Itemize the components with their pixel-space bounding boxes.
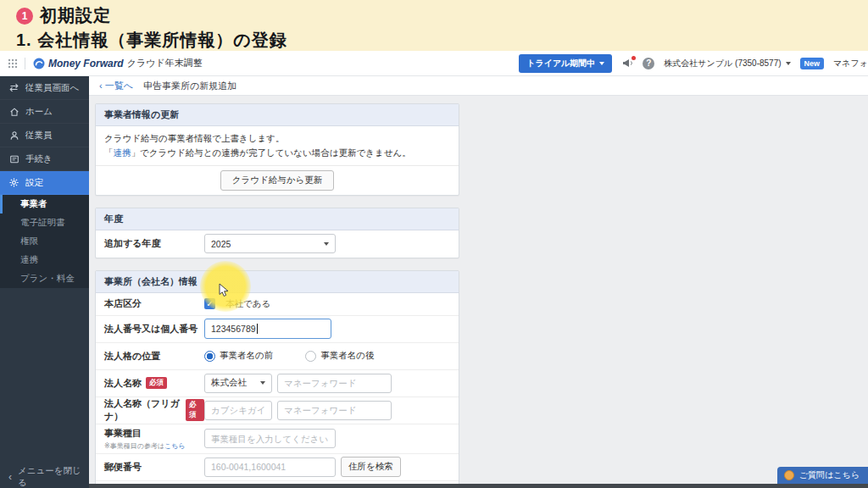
close-menu-label: メニューを閉じる bbox=[18, 465, 89, 488]
sidebar-subitem-certificate[interactable]: 電子証明書 bbox=[0, 214, 89, 232]
corporate-number-row: 法人番号又は個人番号 123456789 bbox=[96, 316, 459, 343]
close-menu-button[interactable]: ‹ メニューを閉じる bbox=[0, 466, 89, 488]
switch-arrows-icon bbox=[8, 83, 19, 92]
head-office-checkbox[interactable]: ✓ bbox=[204, 298, 215, 309]
card-title: 事業所（会社名）情報 bbox=[96, 271, 459, 293]
update-description: クラウド給与の事業者情報で上書きします。 「連携」でクラウド給与との連携が完了し… bbox=[96, 126, 459, 166]
sidebar-subitem-plan[interactable]: プラン・料金 bbox=[0, 269, 89, 288]
sidebar-item-label: 従業員画面へ bbox=[25, 82, 79, 94]
radio-before-label: 事業者名の前 bbox=[220, 350, 273, 362]
year-select[interactable]: 2025 bbox=[204, 234, 336, 253]
line2-post: 」でクラウド給与との連携が完了していない場合は更新できません。 bbox=[131, 147, 411, 158]
business-type-help-link[interactable]: こちら bbox=[164, 442, 186, 450]
chevron-down-icon bbox=[324, 242, 329, 246]
chevron-down-icon bbox=[260, 381, 265, 385]
company-selector-label: 株式会社サンプル (7350-8577) bbox=[664, 58, 781, 69]
trial-period-button[interactable]: トライアル期間中 bbox=[519, 54, 612, 73]
corporate-name-kana-label: 法人名称（フリガナ） 必須 bbox=[104, 397, 204, 423]
entity-type-kana-input[interactable] bbox=[204, 401, 272, 420]
sidebar-item-label: 従業員 bbox=[25, 130, 53, 141]
form-icon bbox=[8, 154, 19, 164]
chevron-down-icon bbox=[599, 62, 604, 65]
trial-period-label: トライアル期間中 bbox=[526, 58, 595, 69]
required-badge: 必須 bbox=[146, 377, 167, 389]
integration-link[interactable]: 連携 bbox=[114, 147, 131, 158]
person-icon bbox=[8, 130, 19, 141]
new-badge: New bbox=[800, 58, 825, 69]
sidebar-subitem-business[interactable]: 事業者 bbox=[0, 195, 89, 214]
corporate-name-kana-input[interactable] bbox=[277, 401, 392, 420]
moneyforward-logo[interactable]: Money Forward bbox=[33, 58, 124, 69]
line2-pre: 「 bbox=[104, 147, 114, 158]
chevron-left-icon: ‹ bbox=[99, 80, 103, 91]
corporate-name-label: 法人名称 必須 bbox=[104, 377, 204, 390]
sidebar-subitem-label: プラン・料金 bbox=[20, 273, 75, 285]
sidebar-subitem-permissions[interactable]: 権限 bbox=[0, 232, 89, 251]
entity-position-label: 法人格の位置 bbox=[104, 350, 204, 363]
app-header: Money Forward クラウド年末調整 トライアル期間中 ? 株式会社サン… bbox=[0, 51, 868, 76]
radio-after-name[interactable] bbox=[305, 351, 316, 362]
year-select-value: 2025 bbox=[211, 239, 231, 249]
sidebar-subitem-label: 権限 bbox=[20, 236, 38, 247]
question-tab[interactable]: ご質問はこちら bbox=[777, 467, 868, 484]
step-subtitle: 1. 会社情報（事業所情報）の登録 bbox=[16, 29, 868, 52]
header-divider bbox=[25, 58, 25, 69]
business-type-row: 事業種目 ※事業種目の参考はこちら bbox=[96, 424, 459, 454]
sidebar-item-home[interactable]: ホーム bbox=[0, 100, 89, 124]
corporate-name-input[interactable] bbox=[277, 374, 392, 393]
corporate-number-label: 法人番号又は個人番号 bbox=[104, 323, 204, 336]
gear-icon bbox=[8, 177, 19, 188]
sidebar: 従業員画面へ ホーム 従業員 手続き 設定 bbox=[0, 76, 89, 488]
brand-name: Money Forward bbox=[48, 58, 124, 69]
entity-position-row: 法人格の位置 事業者名の前 事業者名の後 bbox=[96, 343, 459, 370]
year-card: 年度 追加する年度 2025 bbox=[95, 208, 459, 258]
home-icon bbox=[8, 107, 19, 117]
new-feature-link[interactable]: マネフォ bbox=[833, 58, 868, 69]
card-title: 年度 bbox=[96, 208, 459, 230]
note-text: ※事業種目の参考は bbox=[104, 442, 164, 450]
business-type-label: 事業種目 ※事業種目の参考はこちら bbox=[104, 427, 204, 451]
sidebar-item-settings[interactable]: 設定 bbox=[0, 171, 89, 195]
sidebar-item-employee-view[interactable]: 従業員画面へ bbox=[0, 76, 89, 100]
text-cursor bbox=[257, 324, 258, 334]
back-to-list-link[interactable]: ‹ 一覧へ bbox=[99, 80, 133, 92]
radio-before-name[interactable] bbox=[204, 351, 215, 362]
required-badge: 必須 bbox=[186, 399, 204, 421]
head-office-row: 本店区分 ✓ 本社である bbox=[96, 293, 459, 316]
sidebar-subitem-integration[interactable]: 連携 bbox=[0, 251, 89, 269]
sidebar-item-label: 手続き bbox=[25, 153, 53, 165]
business-update-card: 事業者情報の更新 クラウド給与の事業者情報で上書きします。 「連携」でクラウド給… bbox=[95, 103, 459, 196]
update-line2: 「連携」でクラウド給与との連携が完了していない場合は更新できません。 bbox=[104, 146, 450, 160]
sidebar-item-label: 設定 bbox=[25, 177, 43, 189]
page-title: 申告事業所の新規追加 bbox=[143, 80, 236, 92]
corporate-name-row: 法人名称 必須 株式会社 bbox=[96, 370, 459, 397]
postal-code-label: 郵便番号 bbox=[104, 461, 204, 474]
product-name: クラウド年末調整 bbox=[127, 57, 203, 69]
breadcrumb: ‹ 一覧へ 申告事業所の新規追加 bbox=[89, 76, 868, 96]
announcements-icon[interactable] bbox=[621, 58, 633, 69]
corporate-number-input[interactable]: 123456789 bbox=[204, 319, 331, 339]
question-tab-label: ご質問はこちら bbox=[799, 469, 860, 481]
sidebar-item-procedures[interactable]: 手続き bbox=[0, 147, 89, 171]
entity-type-select[interactable]: 株式会社 bbox=[204, 374, 272, 393]
step-number-badge: 1 bbox=[16, 8, 33, 25]
label-text: 事業種目 bbox=[104, 427, 142, 440]
card-title: 事業者情報の更新 bbox=[96, 104, 459, 126]
help-icon[interactable]: ? bbox=[643, 58, 654, 69]
mascot-icon bbox=[784, 470, 794, 480]
sidebar-subitem-label: 事業者 bbox=[20, 198, 47, 210]
content-area: 事業者情報の更新 クラウド給与の事業者情報で上書きします。 「連携」でクラウド給… bbox=[89, 96, 868, 488]
settings-submenu: 事業者 電子証明書 権限 連携 プラン・料金 bbox=[0, 195, 89, 288]
address-search-button[interactable]: 住所を検索 bbox=[341, 457, 401, 477]
sidebar-item-label: ホーム bbox=[25, 106, 53, 118]
head-office-label: 本店区分 bbox=[104, 297, 204, 310]
company-selector[interactable]: 株式会社サンプル (7350-8577) bbox=[664, 58, 790, 69]
sidebar-item-employees[interactable]: 従業員 bbox=[0, 124, 89, 147]
corporate-name-kana-row: 法人名称（フリガナ） 必須 bbox=[96, 397, 459, 424]
app-launcher-icon[interactable] bbox=[8, 58, 18, 69]
postal-code-input[interactable] bbox=[204, 458, 336, 477]
update-from-payroll-button[interactable]: クラウド給与から更新 bbox=[220, 170, 334, 191]
step-banner: 1 初期設定 1. 会社情報（事業所情報）の登録 bbox=[0, 0, 868, 51]
sidebar-subitem-label: 電子証明書 bbox=[20, 217, 65, 229]
business-type-input[interactable] bbox=[204, 429, 336, 448]
